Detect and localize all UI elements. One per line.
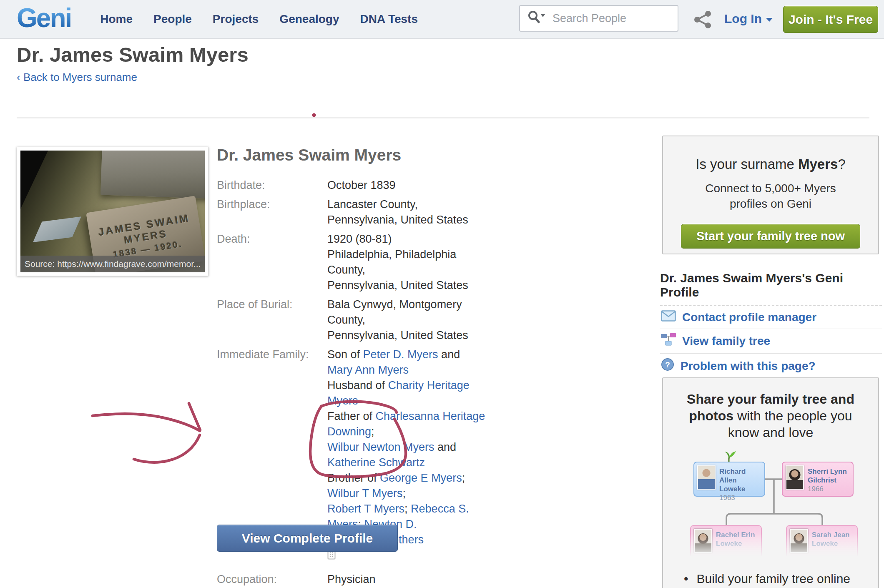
birthdate-label: Birthdate: xyxy=(217,178,327,193)
nav-genealogy[interactable]: Genealogy xyxy=(279,13,339,26)
search-icon[interactable] xyxy=(527,9,546,28)
list-item: • Build your family tree online xyxy=(684,571,878,586)
birthplace-value: Lancaster County, Pennsylvania, United S… xyxy=(327,197,488,228)
family-tree-icon xyxy=(661,333,676,349)
login-label: Log In xyxy=(724,12,762,26)
surname-connect-text: Connect to 5,000+ Myers profiles on Geni xyxy=(686,181,855,211)
share-benefits-list: • Build your family tree online • Share … xyxy=(684,571,878,588)
burial-label: Place of Burial: xyxy=(217,297,327,343)
burial-value: Bala Cynwyd, Montgomery County,Pennsylva… xyxy=(327,297,488,343)
contact-profile-manager-link[interactable]: Contact profile manager xyxy=(660,305,882,329)
profile-details: Dr. James Swaim Myers Birthdate: October… xyxy=(217,146,488,588)
share-icon[interactable] xyxy=(693,10,712,31)
top-navigation-bar: Geni Home People Projects Genealogy DNA … xyxy=(0,0,884,39)
login-menu[interactable]: Log In xyxy=(724,12,773,26)
share-promo-heading: Share your family tree and photos with t… xyxy=(674,391,867,441)
nav-home[interactable]: Home xyxy=(100,13,133,26)
search-box[interactable] xyxy=(519,5,678,32)
immediate-family-row: Immediate Family: Son of Peter D. Myers … xyxy=(217,347,488,548)
surname-promo-box: Is your surname Myers? Connect to 5,000+… xyxy=(662,136,879,254)
sprout-icon xyxy=(720,448,738,463)
avatar xyxy=(697,465,716,490)
nav-people[interactable]: People xyxy=(153,13,192,26)
surname-question: Is your surname Myers? xyxy=(663,156,878,172)
occupation-row: Occupation: Physician xyxy=(217,572,488,587)
join-button[interactable]: Join - It's Free xyxy=(783,6,878,33)
question-icon: ? xyxy=(661,358,674,374)
tree-card-daughter-2: Sarah Jean Loweke xyxy=(786,525,858,560)
geni-profile-section: Dr. James Swaim Myers's Geni Profile Con… xyxy=(660,271,882,378)
annotation-arrow-shaft xyxy=(93,414,200,431)
header-divider xyxy=(17,117,869,118)
gravestone-photo[interactable]: JAMES SWAIM MYERS 1838 — 1920. Source: h… xyxy=(20,151,205,272)
avatar xyxy=(790,529,808,553)
nav-dna-tests[interactable]: DNA Tests xyxy=(360,13,418,26)
immediate-family-value[interactable]: Son of Peter D. Myers and Mary Ann Myers… xyxy=(327,347,488,548)
birthdate-value: October 1839 xyxy=(327,178,396,193)
birthplace-label: Birthplace: xyxy=(217,197,327,228)
family-tree-illustration: Richard Allen Loweke 1963 Sherri Lynn Gi… xyxy=(663,445,878,563)
view-family-tree-link[interactable]: View family tree xyxy=(660,329,882,354)
geni-profile-page: { "nav": { "logo": "Geni", "items": ["Ho… xyxy=(0,0,884,588)
death-row: Death: 1920 (80-81)Philadelphia, Philade… xyxy=(217,231,488,293)
page-title: Dr. James Swaim Myers xyxy=(17,43,249,66)
nav-projects[interactable]: Projects xyxy=(213,13,259,26)
envelope-icon xyxy=(661,310,676,324)
tree-card-father: Richard Allen Loweke 1963 xyxy=(693,462,765,497)
problem-with-page-link[interactable]: ? Problem with this page? xyxy=(660,354,882,378)
start-family-tree-button[interactable]: Start your family tree now xyxy=(681,224,860,249)
birthdate-row: Birthdate: October 1839 xyxy=(217,178,488,193)
occupation-value: Physician xyxy=(327,572,376,587)
occupation-label: Occupation: xyxy=(217,572,327,587)
gravestone-upper-stone xyxy=(100,151,205,199)
geni-logo[interactable]: Geni xyxy=(17,3,71,33)
profile-heading: Dr. James Swaim Myers xyxy=(217,146,488,164)
gravestone-flat-marker xyxy=(33,216,81,242)
immediate-family-label: Immediate Family: xyxy=(217,347,327,548)
annotation-arrowhead-lower xyxy=(134,435,200,462)
nav-items: Home People Projects Genealogy DNA Tests xyxy=(100,13,418,26)
svg-text:?: ? xyxy=(665,360,670,369)
share-promo-box: Share your family tree and photos with t… xyxy=(662,377,879,588)
document-icon[interactable] xyxy=(327,554,336,561)
avatar xyxy=(694,529,712,553)
tree-card-mother: Sherri Lynn Gilchrist 1966 xyxy=(782,462,854,497)
birthplace-row: Birthplace: Lancaster County, Pennsylvan… xyxy=(217,197,488,228)
back-to-surname-link[interactable]: ‹ Back to Myers surname xyxy=(17,71,137,84)
avatar xyxy=(786,465,804,490)
burial-row: Place of Burial: Bala Cynwyd, Montgomery… xyxy=(217,297,488,343)
search-input[interactable] xyxy=(552,12,666,25)
view-complete-profile-button[interactable]: View Complete Profile xyxy=(217,525,398,552)
death-value: 1920 (80-81)Philadelphia, Philadelphia C… xyxy=(327,231,488,293)
profile-photo-card[interactable]: JAMES SWAIM MYERS 1838 — 1920. Source: h… xyxy=(17,147,208,276)
tree-card-daughter-1: Rachel Erin Loweke xyxy=(690,525,762,560)
chevron-down-icon xyxy=(766,18,773,22)
annotation-dot xyxy=(312,113,316,117)
annotation-arrowhead-upper xyxy=(189,403,200,430)
photo-source-caption: Source: https://www.findagrave.com/memor… xyxy=(20,256,205,272)
geni-profile-heading: Dr. James Swaim Myers's Geni Profile xyxy=(660,271,882,299)
death-label: Death: xyxy=(217,231,327,293)
